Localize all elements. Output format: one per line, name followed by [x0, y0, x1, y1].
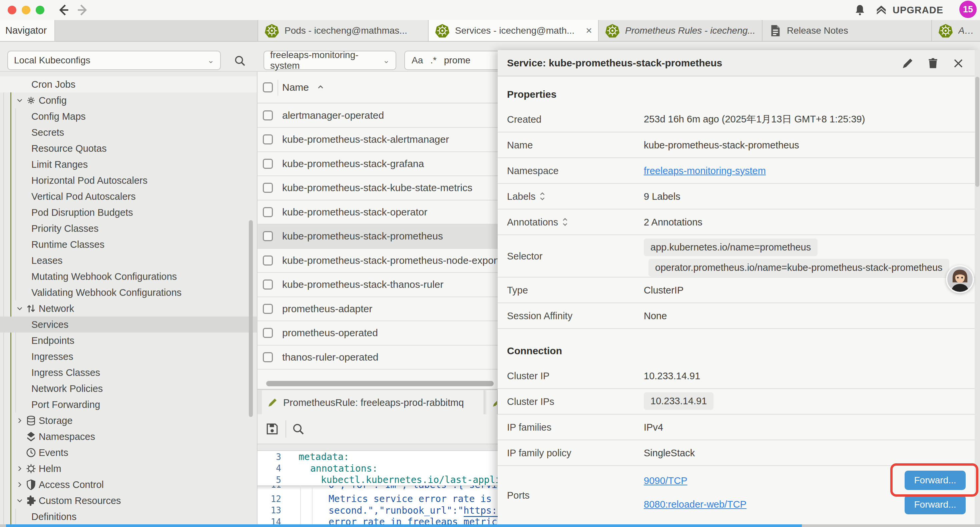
sidebar-item-namespaces[interactable]: Namespaces [0, 428, 258, 444]
table-row[interactable]: prometheus-operated [258, 321, 498, 345]
sidebar-item-horizontal-pod-autoscalers[interactable]: Horizontal Pod Autoscalers [0, 172, 258, 188]
namespace-link[interactable]: freeleaps-monitoring-system [644, 165, 766, 176]
notification-badge[interactable]: 15 [959, 1, 977, 18]
sidebar-item-vertical-pod-autoscalers[interactable]: Vertical Pod Autoscalers [0, 188, 258, 204]
sort-ascending-icon[interactable] [316, 83, 325, 92]
row-checkbox[interactable] [263, 304, 273, 314]
namespace-selector[interactable]: freeleaps-monitoring-system ⌄ [264, 51, 396, 70]
tab-release-notes[interactable]: Release Notes [762, 20, 931, 41]
sidebar-item-priority-classes[interactable]: Priority Classes [0, 220, 258, 236]
row-checkbox[interactable] [263, 159, 273, 169]
chevron-down-icon[interactable] [15, 304, 24, 313]
panel-scrollbar-track[interactable] [975, 50, 980, 524]
tab-services-icecheng-math[interactable]: Services - icecheng@math...× [428, 20, 598, 41]
table-row[interactable]: kube-prometheus-stack-grafana [258, 152, 498, 176]
table-row[interactable]: alertmanager-operated [258, 103, 498, 128]
expander-icon[interactable] [562, 217, 568, 227]
user-avatar[interactable] [946, 265, 974, 293]
row-checkbox[interactable] [263, 280, 273, 290]
sidebar-item-mutating-webhook-configurations[interactable]: Mutating Webhook Configurations [0, 269, 258, 285]
close-icon[interactable] [952, 57, 965, 70]
table-row[interactable]: kube-prometheus-stack-prometheus-node-ex… [258, 248, 498, 273]
delete-icon[interactable] [927, 57, 939, 70]
close-window-button[interactable] [8, 6, 16, 14]
editor-tab-prometheusrule[interactable]: PrometheusRule: freeleaps-prod-rabbitmq [262, 390, 484, 415]
sidebar-item-services[interactable]: Services [0, 317, 258, 333]
back-icon[interactable] [56, 3, 71, 18]
row-checkbox[interactable] [263, 110, 273, 120]
expander-icon[interactable] [539, 191, 546, 201]
tab-pods-icecheng-mathmas[interactable]: Pods - icecheng@mathmas... [258, 20, 428, 41]
table-row[interactable]: kube-prometheus-stack-kube-state-metrics [258, 176, 498, 201]
row-checkbox[interactable] [263, 328, 273, 338]
row-checkbox[interactable] [263, 255, 273, 266]
sidebar-item-limit-ranges[interactable]: Limit Ranges [0, 156, 258, 172]
upgrade-label[interactable]: UPGRADE [892, 5, 943, 16]
chevron-down-icon[interactable] [15, 96, 24, 105]
table-row[interactable]: thanos-ruler-operated [258, 345, 498, 369]
port-link[interactable]: 9090/TCP [644, 475, 687, 486]
name-column-header[interactable]: Name [282, 82, 309, 93]
forward-button[interactable]: Forward... [905, 495, 966, 514]
sidebar-item-endpoints[interactable]: Endpoints [0, 333, 258, 349]
sidebar-item-access-control[interactable]: Access Control [0, 477, 258, 493]
regex-toggle[interactable]: .* [430, 55, 437, 66]
row-checkbox[interactable] [263, 207, 273, 217]
sidebar-item-events[interactable]: Events [0, 444, 258, 461]
forward-icon[interactable] [75, 3, 90, 18]
table-row[interactable]: kube-prometheus-stack-alertmanager [258, 128, 498, 152]
sidebar-item-ingresses[interactable]: Ingresses [0, 349, 258, 365]
sidebar-item-validating-webhook-configurations[interactable]: Validating Webhook Configurations [0, 285, 258, 301]
sidebar-item-secrets[interactable]: Secrets [0, 124, 258, 140]
sidebar-item-port-forwarding[interactable]: Port Forwarding [0, 396, 258, 412]
table-row[interactable]: kube-prometheus-stack-operator [258, 200, 498, 224]
minimize-window-button[interactable] [22, 6, 30, 14]
edit-icon[interactable] [901, 57, 914, 70]
sidebar-item-config[interactable]: Config [0, 92, 258, 108]
tab-argo-se[interactable]: Argo Se [931, 20, 980, 41]
runbook-url-link[interactable]: https://net [464, 505, 498, 517]
sidebar-item-storage[interactable]: Storage [0, 412, 258, 428]
bell-icon[interactable] [853, 3, 867, 17]
sidebar-item-definitions[interactable]: Definitions [0, 509, 258, 524]
sidebar-item-resource-quotas[interactable]: Resource Quotas [0, 140, 258, 156]
tab-prometheus-rules-icecheng[interactable]: Prometheus Rules - icecheng... [598, 20, 762, 41]
editor-search-icon[interactable] [291, 422, 305, 436]
table-row[interactable]: kube-prometheus-stack-thanos-ruler [258, 273, 498, 297]
sidebar-item-leases[interactable]: Leases [0, 253, 258, 269]
sidebar-search-icon[interactable] [234, 54, 246, 67]
sidebar-item-cron-jobs[interactable]: Cron Jobs [0, 76, 258, 92]
navigator-tab[interactable]: Navigator [0, 20, 55, 41]
sidebar-item-custom-resources[interactable]: Custom Resources [0, 493, 258, 509]
row-checkbox[interactable] [263, 134, 273, 145]
table-row[interactable]: prometheus-adapter [258, 297, 498, 321]
editor-tab-partial[interactable] [486, 390, 498, 415]
port-link[interactable]: 8080:reloader-web/TCP [644, 499, 746, 510]
sidebar-item-config-maps[interactable]: Config Maps [0, 108, 258, 124]
save-icon[interactable] [265, 422, 280, 436]
table-hscrollbar-thumb[interactable] [266, 381, 494, 386]
chevron-right-icon[interactable] [15, 480, 24, 489]
yaml-editor[interactable]: 3metadata:4annotations:5kubectl.kubernet… [258, 451, 498, 524]
sidebar-item-runtime-classes[interactable]: Runtime Classes [0, 236, 258, 253]
sidebar-item-pod-disruption-budgets[interactable]: Pod Disruption Budgets [0, 204, 258, 220]
upgrade-icon[interactable] [875, 3, 888, 17]
sidebar-item-network[interactable]: Network [0, 301, 258, 317]
tab-close-icon[interactable]: × [586, 24, 592, 37]
sidebar-item-helm[interactable]: Helm [0, 461, 258, 477]
row-checkbox[interactable] [263, 352, 273, 362]
row-checkbox[interactable] [263, 183, 273, 193]
kubeconfig-selector[interactable]: Local Kubeconfigs ⌄ [7, 51, 221, 70]
chevron-down-icon[interactable] [15, 496, 24, 505]
zoom-window-button[interactable] [36, 6, 45, 14]
match-case-toggle[interactable]: Aa [412, 55, 423, 66]
select-all-checkbox[interactable] [263, 83, 273, 92]
sidebar-item-ingress-classes[interactable]: Ingress Classes [0, 365, 258, 381]
chevron-right-icon[interactable] [15, 416, 24, 425]
sidebar-scrollbar-thumb[interactable] [249, 220, 253, 417]
panel-scrollbar-thumb[interactable] [975, 77, 979, 187]
row-checkbox[interactable] [263, 231, 273, 241]
table-row[interactable]: kube-prometheus-stack-prometheus [258, 224, 498, 249]
chevron-right-icon[interactable] [15, 464, 24, 473]
sidebar-item-network-policies[interactable]: Network Policies [0, 381, 258, 396]
